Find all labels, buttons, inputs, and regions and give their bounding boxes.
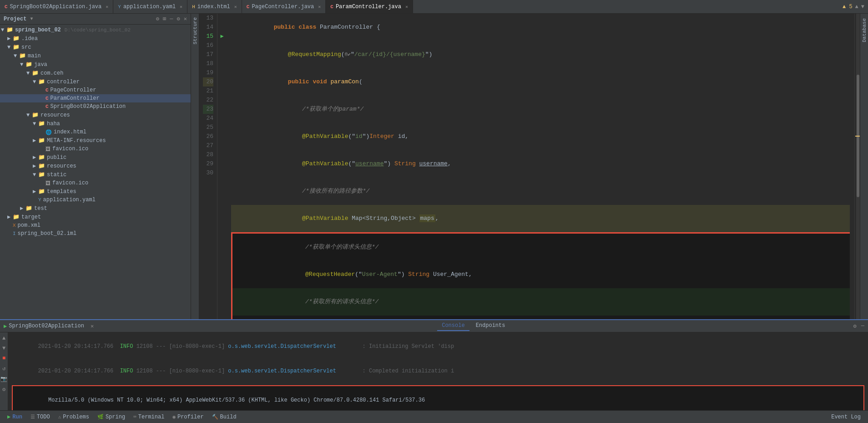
tree-favicon1[interactable]: 🖼 favicon.ico: [0, 145, 191, 153]
scrollbar-area[interactable]: [854, 14, 860, 319]
tree-paramcontroller[interactable]: C ParamController: [0, 94, 191, 102]
tree-pomxml[interactable]: X pom.xml: [0, 221, 191, 229]
folder-open-icon: 📁: [6, 26, 13, 33]
folder-open-icon: 📁: [19, 52, 26, 59]
tree-favicon2[interactable]: 🖼 favicon.ico: [0, 179, 191, 187]
close-icon[interactable]: ✕: [180, 4, 182, 10]
tree-comceh[interactable]: ▼ 📁 com.ceh: [0, 69, 191, 77]
tree-arrow: ▶: [33, 188, 38, 195]
tab-console[interactable]: Console: [437, 321, 469, 331]
tree-iml[interactable]: I spring_boot_02.iml: [0, 229, 191, 238]
tree-appyaml[interactable]: Y application.yaml: [0, 196, 191, 204]
tree-public[interactable]: ▶ 📁 public: [0, 153, 191, 162]
iml-file-icon: I: [13, 231, 16, 236]
tab-application-yaml[interactable]: Y application.yaml ✕: [113, 0, 187, 13]
toolbar-spring[interactable]: 🌿 Spring: [94, 413, 129, 421]
tab-endpoints[interactable]: Endpoints: [471, 321, 510, 331]
tree-controller[interactable]: ▼ 📁 controller: [0, 77, 191, 86]
java-icon: C: [330, 4, 333, 10]
console-line-2: 2021-01-20 20:14:17.766 INFO 12108 --- […: [8, 359, 868, 383]
toolbar-terminal[interactable]: ⌨ Terminal: [130, 413, 168, 421]
tree-label: com.ceh: [40, 70, 63, 76]
tree-resources[interactable]: ▼ 📁 resources: [0, 111, 191, 119]
nav-up-icon[interactable]: ▲: [855, 4, 858, 10]
tree-indexhtml[interactable]: 🌐 index.html: [0, 128, 191, 136]
close-icon[interactable]: ✕: [106, 4, 108, 10]
close-run-icon[interactable]: ✕: [91, 323, 94, 330]
toolbar-todo[interactable]: ☰ TODO: [27, 413, 54, 421]
settings-icon[interactable]: ⚙: [177, 15, 180, 22]
tree-label: java: [34, 61, 47, 68]
folder-icon: 📁: [13, 35, 20, 42]
tree-idea[interactable]: ▶ 📁 .idea: [0, 34, 191, 43]
toolbar-run[interactable]: ▶ Run: [4, 413, 26, 421]
close-icon[interactable]: ✕: [405, 4, 408, 10]
problems-label: Problems: [63, 414, 89, 420]
tree-springbootapp[interactable]: C SpringBoot02Application: [0, 102, 191, 111]
tree-arrow: ▼: [33, 79, 38, 85]
tab-page-controller[interactable]: C PageController.java ✕: [242, 0, 326, 13]
code-content[interactable]: public class ParamController { @RequestM…: [227, 14, 854, 319]
collapse-icon[interactable]: —: [170, 16, 173, 22]
gear-icon[interactable]: ⚙: [156, 15, 159, 22]
tree-templates[interactable]: ▶ 📁 templates: [0, 187, 191, 196]
project-arrow[interactable]: ▼: [30, 16, 33, 21]
code-line-22: @RequestHeader("User-Agent") String User…: [231, 261, 850, 288]
build-icon: 🔨: [212, 414, 218, 420]
tree-static[interactable]: ▼ 📁 static: [0, 170, 191, 179]
folder-open-icon: 📁: [13, 44, 20, 51]
editor-controls: ▲ 5 ▲ ▼: [839, 4, 868, 10]
folder-icon: 📁: [38, 188, 45, 195]
tree-main[interactable]: ▼ 📁 main: [0, 51, 191, 60]
rerun-btn[interactable]: ↺: [1, 364, 6, 373]
code-line-17: @PathVariable("id")Integer id,: [231, 123, 850, 150]
scroll-up-btn[interactable]: ▲: [1, 334, 6, 342]
toolbar-problems[interactable]: ⚠ Problems: [55, 413, 93, 421]
toolbar-build[interactable]: 🔨 Build: [208, 413, 240, 421]
tab-index-html[interactable]: H index.html ✕: [187, 0, 242, 13]
tree-label: resources: [40, 112, 70, 118]
tree-target[interactable]: ▶ 📁 target: [0, 213, 191, 221]
tree-pagecontroller[interactable]: C PageController: [0, 86, 191, 94]
tree-label: templates: [47, 189, 76, 195]
scroll-down-btn[interactable]: ▼: [1, 344, 6, 352]
database-label[interactable]: Database: [862, 18, 867, 42]
java-icon: C: [247, 4, 250, 10]
tree-src[interactable]: ▼ 📁 src: [0, 43, 191, 51]
tree-arrow: ▼: [20, 61, 25, 68]
toolbar-eventlog[interactable]: Event Log: [828, 413, 864, 421]
tree-arrow: ▼: [7, 44, 13, 51]
close-icon[interactable]: ✕: [234, 4, 237, 10]
tree-test[interactable]: ▶ 📁 test: [0, 204, 191, 213]
bottom-panel-header: ▶ SpringBoot02Application ✕ Console Endp…: [0, 320, 868, 332]
settings-icon[interactable]: ⚙: [853, 323, 857, 330]
run-gutter-icon[interactable]: ▶: [220, 32, 223, 41]
minimize-icon[interactable]: —: [861, 323, 864, 329]
tree-root[interactable]: ▼ 📁 spring_boot_02 D:\code\spring_boot_0…: [0, 25, 191, 34]
tree-haha[interactable]: ▼ 📁 haha: [0, 119, 191, 128]
expand-icon[interactable]: ⊞: [163, 15, 166, 22]
tab-param-controller[interactable]: C ParamController.java ✕: [326, 0, 413, 13]
structure-label[interactable]: Structure: [192, 17, 198, 44]
tree-resources2[interactable]: ▶ 📁 resources: [0, 162, 191, 170]
close-icon[interactable]: ✕: [184, 15, 187, 22]
toolbar-profiler[interactable]: ◉ Profiler: [169, 413, 207, 421]
nav-down-icon[interactable]: ▼: [861, 4, 864, 10]
close-icon[interactable]: ✕: [318, 4, 321, 10]
camera-btn[interactable]: 📷: [0, 375, 8, 383]
tree-label: .idea: [21, 36, 38, 42]
tree-arrow: ▶: [20, 205, 25, 212]
tab-springboot-app[interactable]: C SpringBoot02Application.java ✕: [0, 0, 113, 13]
tree-path: D:\code\spring_boot_02: [65, 27, 131, 33]
tree-label: main: [28, 53, 41, 59]
run-title: SpringBoot02Application: [9, 323, 84, 329]
terminal-label: Terminal: [138, 414, 165, 420]
warning-marker: [855, 136, 860, 137]
settings-btn[interactable]: ⚙: [1, 385, 6, 394]
tree-label: static: [47, 172, 66, 178]
tree-java[interactable]: ▼ 📁 java: [0, 60, 191, 69]
stop-btn[interactable]: ■: [1, 354, 6, 362]
tree-metainf[interactable]: ▶ 📁 META-INF.resources: [0, 136, 191, 145]
code-editor[interactable]: 13 14 15 16 17 18 19 20 21 22 23 24 25 2…: [199, 14, 860, 319]
tree-label: application.yaml: [43, 197, 96, 203]
